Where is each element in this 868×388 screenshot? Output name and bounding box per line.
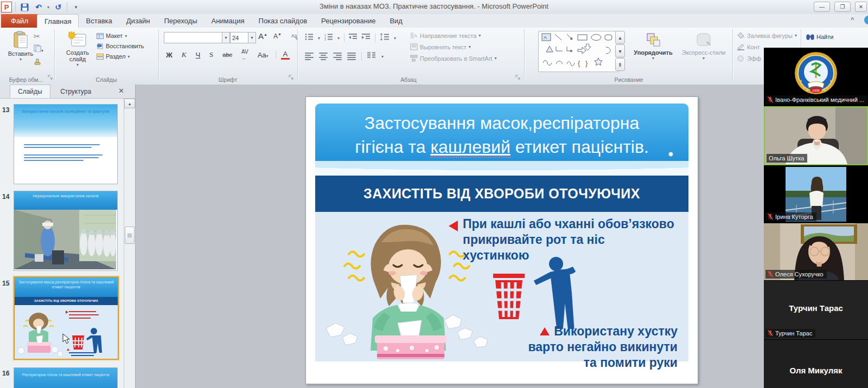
section-button[interactable]: Раздел▾ (97, 53, 144, 60)
tab-view[interactable]: Вид (382, 14, 410, 27)
minimize-button[interactable]: — (814, 2, 830, 12)
powerpoint-window: P ↶ ▾ ↺ ▾ Зміни в наказах МОЗ. Практичне… (0, 0, 868, 388)
clipboard-small-buttons: ✂ ▾ (34, 32, 43, 68)
participant-nametag: Ірина Куторга (765, 212, 816, 221)
shapes-more-icon[interactable]: ⇟ (615, 58, 625, 71)
drawing-group-label: Рисование (525, 76, 732, 83)
slide-16-number: 16 (2, 370, 9, 377)
shapes-scroll-down-icon[interactable]: ▾ (615, 44, 625, 57)
align-right-icon[interactable] (333, 53, 342, 60)
align-left-icon[interactable] (305, 53, 314, 60)
resize-handle[interactable] (668, 152, 673, 157)
collapse-ribbon-icon[interactable]: ^ (851, 16, 854, 23)
slide-body[interactable]: При кашлі або чханні обов’язково прикрив… (315, 212, 688, 361)
tab-animations[interactable]: Анимация (205, 14, 252, 27)
font-color-button[interactable]: А (281, 50, 290, 60)
tab-insert[interactable]: Вставка (79, 14, 119, 27)
paragraph-dialog-launcher[interactable] (515, 73, 521, 82)
scroll-up-icon[interactable]: ▲ (124, 99, 135, 108)
align-text-button[interactable]: Выровнять текст▾ (410, 43, 496, 50)
numbering-icon[interactable]: 123 (324, 33, 333, 43)
strikethrough-button[interactable]: abc (220, 51, 234, 59)
tab-file[interactable]: Файл (1, 14, 38, 28)
close-button[interactable]: ✕ (855, 2, 867, 12)
shapes-scroll-up-icon[interactable]: ▴ (615, 31, 625, 44)
close-panel-icon[interactable]: ✕ (118, 87, 124, 95)
new-slide-button[interactable]: Создать слайд▾ (61, 31, 94, 67)
paste-button[interactable]: Вставить▾ (7, 31, 35, 62)
align-center-icon[interactable] (319, 53, 328, 60)
bullets-icon[interactable] (305, 33, 314, 43)
red-arrow-left-icon (449, 221, 458, 231)
tab-outline[interactable]: Структура (53, 85, 99, 98)
shapes-gallery[interactable]: А { } (538, 31, 620, 72)
format-painter-icon[interactable] (34, 58, 43, 68)
tab-review[interactable]: Рецензирование (314, 14, 382, 27)
increase-indent-icon[interactable] (362, 33, 371, 43)
columns-icon[interactable] (367, 51, 376, 61)
layout-button[interactable]: Макет▾ (97, 33, 144, 39)
text-shadow-button[interactable]: S (207, 50, 215, 60)
underline-button[interactable]: Ч (193, 50, 202, 60)
svg-text:А: А (414, 33, 417, 38)
medical-college-logo: 1939 (793, 51, 839, 98)
font-dialog-launcher[interactable] (289, 73, 294, 82)
participant-tile-olia-mykuliak[interactable]: Оля Микуляк (764, 340, 868, 388)
quick-styles-button[interactable]: Экспресс-стили▾ (678, 32, 729, 61)
tab-slides-thumbnails[interactable]: Слайды (10, 85, 50, 98)
tab-slideshow[interactable]: Показ слайдов (252, 14, 315, 27)
grow-font-icon[interactable]: А▲ (256, 31, 270, 41)
slide-13-thumbnail[interactable]: Використання халатів ізоляційних та фарт… (14, 104, 118, 184)
slide-14-thumbnail[interactable]: Нераціональне використання халатів (14, 191, 118, 271)
slide-13-title: Використання халатів ізоляційних та фарт… (14, 105, 117, 137)
help-icon[interactable] (864, 16, 868, 24)
cut-icon[interactable]: ✂ (34, 32, 43, 41)
smartart-button[interactable]: Преобразовать в SmartArt▾ (410, 55, 496, 62)
shape-fill-button[interactable]: Заливка фигуры▾ (737, 32, 797, 39)
reset-button[interactable]: Восстановить (97, 43, 144, 49)
participant-tile-institution[interactable]: 1939 Івано-Франківський медичний ... (764, 48, 868, 106)
slide-15-thumbnail[interactable]: Застосування масок,респіраторна гігієна … (14, 276, 119, 360)
character-spacing-button[interactable]: AV↔ (239, 48, 251, 61)
tab-transitions[interactable]: Переходы (157, 14, 205, 27)
scrollbar-thumb[interactable] (125, 227, 135, 244)
participant-tile-olesia-sukhoruchko[interactable]: Олеся Сухоручко (764, 223, 868, 281)
copy-icon[interactable]: ▾ (34, 44, 43, 54)
slide-canvas[interactable]: Застосування масок,респіраторна гігієна … (305, 96, 698, 384)
tab-design[interactable]: Дизайн (119, 14, 157, 27)
shrink-font-icon[interactable]: А▼ (271, 32, 284, 41)
font-group-label: Шрифт (159, 76, 296, 83)
font-size-combo[interactable]: 24▼ (230, 32, 256, 43)
font-name-combo[interactable]: ▼ (164, 32, 230, 43)
tab-home[interactable]: Главная (37, 14, 79, 28)
slides-scrollbar[interactable]: ▲ (124, 99, 135, 388)
new-slide-icon (68, 31, 87, 49)
slide-16-thumbnail[interactable]: Респіраторна гігієна та кашлевий етикет … (14, 367, 118, 388)
restore-button[interactable]: ❐ (834, 2, 851, 12)
participant-tile-olha-shutka[interactable]: Ольга Шутка (764, 106, 868, 165)
slide-title[interactable]: Застосування масок,респіраторна гігієна … (315, 104, 688, 167)
slides-panel: Слайды Структура ✕ 13 Використання халат… (0, 85, 136, 388)
justify-icon[interactable] (347, 53, 356, 60)
italic-button[interactable]: K (180, 50, 189, 60)
slide-15-body (15, 305, 118, 359)
find-button[interactable]: Найти (806, 33, 833, 40)
decrease-indent-icon[interactable] (349, 33, 358, 43)
clipboard-group-label: Буфер обм... (2, 76, 50, 83)
text-direction-button[interactable]: АНаправление текста▾ (410, 32, 496, 39)
slide-banner[interactable]: ЗАХИСТІТЬ ВІД ХВОРОБИ ОТОЧУЮЧИХ (315, 176, 688, 212)
participant-tile-turchyn-taras[interactable]: Турчин Тарас Турчин Тарас (764, 281, 868, 340)
window-controls: — ❐ ✕ (814, 2, 867, 12)
paste-icon (12, 31, 29, 50)
arrange-button[interactable]: Упорядочить▾ (630, 32, 676, 61)
shapes-gallery-scroll: ▴ ▾ ⇟ (615, 31, 625, 71)
clear-formatting-icon[interactable]: Аз (289, 31, 301, 42)
participant-tile-iryna-kutorha[interactable]: Ірина Куторга (764, 165, 868, 223)
paragraph-right-column: АНаправление текста▾ Выровнять текст▾ Пр… (410, 32, 496, 62)
clipboard-dialog-launcher[interactable] (48, 73, 53, 82)
svg-text:}: } (585, 59, 588, 67)
svg-text:1939: 1939 (812, 89, 820, 92)
bold-button[interactable]: Ж (164, 50, 175, 60)
line-spacing-icon[interactable] (380, 33, 390, 43)
change-case-button[interactable]: Aa▾ (256, 50, 271, 60)
